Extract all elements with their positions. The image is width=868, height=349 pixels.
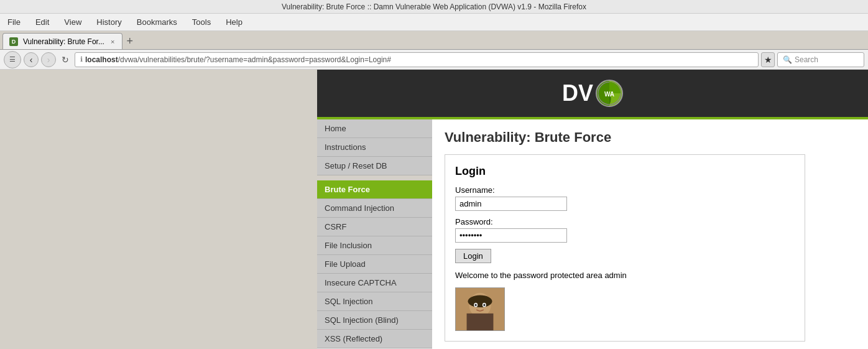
refresh-icon: ↻ [62, 55, 69, 65]
profile-button[interactable]: ☰ [4, 51, 21, 68]
bookmark-button[interactable]: ★ [761, 52, 775, 67]
login-title: Login [455, 165, 795, 178]
menu-bookmarks[interactable]: Bookmarks [134, 16, 180, 28]
sidebar-item-xss-reflected[interactable]: XSS (Reflected) [317, 330, 432, 348]
search-box[interactable]: 🔍 Search [777, 52, 864, 67]
refresh-button[interactable]: ↻ [58, 53, 72, 67]
page-title: Vulnerability: Brute Force [445, 129, 856, 146]
menu-tools[interactable]: Tools [190, 16, 213, 28]
back-icon: ‹ [30, 55, 33, 65]
dvwa-content: Home Instructions Setup / Reset DB Brute… [317, 119, 868, 349]
username-label: Username: [455, 185, 795, 195]
menu-help[interactable]: Help [223, 16, 245, 28]
dvwa-main: Vulnerability: Brute Force Login Usernam… [432, 119, 868, 349]
tab-close-button[interactable]: × [109, 38, 116, 45]
sidebar-item-file-upload[interactable]: File Upload [317, 255, 432, 274]
svg-rect-4 [467, 314, 494, 330]
welcome-text: Welcome to the password protected area a… [455, 271, 795, 280]
svg-text:WA: WA [604, 91, 614, 98]
url-bar[interactable]: ℹ localhost /dvwa/vulnerabilities/brute/… [75, 52, 759, 67]
active-tab[interactable]: D Vulnerability: Brute For... × [2, 33, 122, 49]
back-button[interactable]: ‹ [24, 52, 39, 67]
username-input[interactable] [455, 197, 567, 211]
sidebar-item-brute-force[interactable]: Brute Force [317, 180, 432, 199]
browser-content: DV WA Home Instructions Setup / Res [0, 70, 868, 349]
sidebar-item-insecure-captcha[interactable]: Insecure CAPTCHA [317, 274, 432, 292]
dvwa-sidebar: Home Instructions Setup / Reset DB Brute… [317, 119, 432, 349]
sidebar-item-csrf[interactable]: CSRF [317, 218, 432, 236]
password-label: Password: [455, 217, 795, 226]
avatar-image [456, 287, 504, 331]
svg-point-5 [468, 295, 492, 308]
logo-svg: WA [597, 80, 622, 107]
sidebar-divider [317, 175, 432, 180]
svg-point-9 [483, 304, 485, 306]
sidebar-item-command-injection[interactable]: Command Injection [317, 199, 432, 218]
logo-circle: WA [596, 80, 623, 107]
menu-bar: File Edit View History Bookmarks Tools H… [0, 14, 868, 31]
url-host: localhost [85, 55, 118, 64]
svg-point-8 [475, 304, 477, 306]
dvwa-logo: DV WA [562, 80, 623, 107]
new-tab-button[interactable]: + [122, 33, 137, 49]
url-path: /dvwa/vulnerabilities/brute/?username=ad… [118, 55, 391, 64]
sidebar-item-setup[interactable]: Setup / Reset DB [317, 157, 432, 175]
sidebar-item-sql-injection-blind[interactable]: SQL Injection (Blind) [317, 311, 432, 330]
menu-file[interactable]: File [5, 16, 23, 28]
secure-icon: ℹ [80, 55, 83, 63]
window-title: Vulnerability: Brute Force :: Damn Vulne… [282, 2, 586, 11]
search-placeholder: Search [795, 55, 818, 64]
address-bar: ☰ ‹ › ↻ ℹ localhost /dvwa/vulnerabilitie… [0, 50, 868, 70]
forward-button: › [41, 52, 56, 67]
tab-bar: D Vulnerability: Brute For... × + [0, 31, 868, 50]
left-panel [0, 70, 317, 349]
dvwa-header: DV WA [317, 70, 868, 119]
tab-favicon: D [9, 37, 18, 46]
menu-edit[interactable]: Edit [33, 16, 52, 28]
search-icon: 🔍 [783, 55, 792, 64]
sidebar-item-home[interactable]: Home [317, 119, 432, 138]
sidebar-item-file-inclusion[interactable]: File Inclusion [317, 236, 432, 255]
menu-view[interactable]: View [62, 16, 84, 28]
avatar [455, 287, 505, 331]
menu-history[interactable]: History [94, 16, 124, 28]
title-bar: Vulnerability: Brute Force :: Damn Vulne… [0, 0, 868, 14]
login-button[interactable]: Login [455, 249, 491, 263]
dvwa-app: DV WA Home Instructions Setup / Res [317, 70, 868, 349]
login-box: Login Username: Password: Login Welcome … [445, 154, 805, 342]
logo-dv: DV [562, 80, 593, 106]
sidebar-item-instructions[interactable]: Instructions [317, 138, 432, 157]
password-input[interactable] [455, 228, 567, 243]
tab-label: Vulnerability: Brute For... [23, 37, 104, 46]
sidebar-item-sql-injection[interactable]: SQL Injection [317, 292, 432, 311]
forward-icon: › [47, 55, 50, 65]
